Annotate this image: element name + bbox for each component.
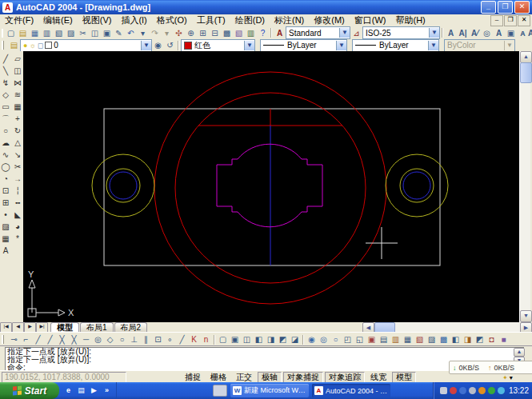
layer-combo[interactable]: ● ☼ ◻ 0 ▼: [20, 39, 152, 52]
scroll-up-icon[interactable]: ▲: [514, 348, 525, 357]
linetype-combo[interactable]: ByLayer ▼: [260, 39, 347, 52]
camera[interactable]: ◘: [486, 334, 498, 345]
toolbar-grip[interactable]: [2, 335, 6, 344]
box-1[interactable]: ◰: [342, 334, 354, 345]
convert-distance[interactable]: A↔: [529, 27, 532, 38]
toggle-polar[interactable]: 极轴: [258, 372, 282, 383]
snap-insert[interactable]: ⊡: [152, 334, 164, 345]
snap-nearest[interactable]: ╱: [176, 334, 188, 345]
color-combo[interactable]: 红色 ▼: [181, 39, 255, 52]
tray-icon-cyan[interactable]: [498, 387, 505, 394]
extend[interactable]: →: [13, 173, 23, 185]
tray-icon-green[interactable]: [488, 387, 495, 394]
find[interactable]: ◎: [481, 27, 493, 38]
erase[interactable]: ▱: [13, 53, 23, 65]
toolbar-grip[interactable]: [2, 29, 3, 38]
pan[interactable]: ✣: [173, 27, 185, 38]
spline[interactable]: ∿: [1, 149, 11, 161]
menu-format[interactable]: 格式(O): [152, 14, 192, 27]
plot-preview[interactable]: ▧: [53, 27, 65, 38]
box-9[interactable]: ▩: [438, 334, 450, 345]
scale-text[interactable]: ▣: [505, 27, 517, 38]
snap-node[interactable]: ∘: [164, 334, 176, 345]
menu-file[interactable]: 文件(F): [0, 14, 38, 27]
chamfer[interactable]: ◣: [13, 209, 23, 221]
text-style-combo[interactable]: Standard ▼: [286, 26, 350, 39]
snap-intersection[interactable]: ╳: [56, 334, 68, 345]
zoom-window[interactable]: ⊞: [197, 27, 209, 38]
undo[interactable]: ↶: [125, 27, 137, 38]
line[interactable]: ╱: [1, 53, 11, 65]
box-13[interactable]: ■: [498, 334, 510, 345]
snap-from[interactable]: ⌐: [20, 334, 32, 345]
quick-ie[interactable]: e: [63, 385, 74, 396]
tab-layout2[interactable]: 布局2: [114, 322, 148, 332]
point[interactable]: •: [1, 209, 11, 221]
taskbar-button-autocad[interactable]: A AutoCAD 2004 - [Dra...: [312, 384, 390, 397]
language-bar[interactable]: [213, 385, 227, 397]
orbit-3[interactable]: ○: [330, 334, 342, 345]
rectangle[interactable]: ▭: [1, 101, 11, 113]
2d-wireframe[interactable]: ▢: [217, 334, 229, 345]
quick-media[interactable]: ▶: [89, 385, 99, 396]
match-properties[interactable]: ✎: [113, 27, 125, 38]
toggle-ortho[interactable]: 正交: [232, 372, 256, 383]
polygon[interactable]: ◇: [1, 89, 11, 101]
redo[interactable]: ↷: [149, 27, 161, 38]
chevron-down-icon[interactable]: ▼: [428, 41, 438, 50]
mirror[interactable]: ⋈: [13, 77, 23, 89]
explode[interactable]: *: [13, 233, 23, 245]
temporary-track-point[interactable]: ⊸: [8, 334, 20, 345]
close-button[interactable]: ✕: [514, 1, 530, 14]
array[interactable]: ▦: [13, 101, 23, 113]
box-7[interactable]: ▧: [414, 334, 426, 345]
start-button[interactable]: Start: [0, 382, 59, 399]
stretch[interactable]: ↘: [13, 149, 23, 161]
designcenter[interactable]: ▩: [221, 27, 233, 38]
box-5[interactable]: ▥: [390, 334, 402, 345]
edit-text[interactable]: A⁄: [469, 27, 481, 38]
hatch[interactable]: ▨: [1, 221, 11, 233]
box-8[interactable]: ▨: [426, 334, 438, 345]
scroll-down-icon[interactable]: ▼: [520, 310, 532, 322]
quick-desktop[interactable]: ▤: [76, 385, 86, 396]
drawing-canvas[interactable]: Y X: [23, 51, 519, 322]
gouraud-shaded[interactable]: ◨: [265, 334, 277, 345]
tool-palettes[interactable]: ▧: [233, 27, 245, 38]
chevron-down-icon[interactable]: ▼: [244, 41, 254, 50]
menu-draw[interactable]: 绘图(D): [230, 14, 270, 27]
make-object-layer-current-icon[interactable]: ◉: [152, 40, 164, 51]
hidden[interactable]: ◫: [241, 334, 253, 345]
autocad-app-icon[interactable]: A: [2, 2, 13, 13]
quick-more[interactable]: »: [102, 385, 112, 396]
tab-model[interactable]: 模型: [50, 322, 79, 332]
snap-midpoint[interactable]: ╱: [44, 334, 56, 345]
break[interactable]: ╍: [13, 197, 23, 209]
box-11[interactable]: ◨: [462, 334, 474, 345]
mdi-close-button[interactable]: ✕: [518, 15, 530, 26]
layer-previous-icon[interactable]: ↺: [164, 40, 176, 51]
box-4[interactable]: ▤: [378, 334, 390, 345]
box-2[interactable]: ◱: [354, 334, 366, 345]
snap-perpendicular[interactable]: ⊥: [128, 334, 140, 345]
single-text[interactable]: A|: [457, 27, 469, 38]
chevron-down-icon[interactable]: ▼: [141, 41, 151, 50]
cut[interactable]: ✂: [77, 27, 89, 38]
box-6[interactable]: ▦: [402, 334, 414, 345]
tray-device-icon[interactable]: [440, 387, 447, 394]
revision-cloud[interactable]: ☁: [1, 137, 11, 149]
orbit-1[interactable]: ◉: [306, 334, 318, 345]
properties[interactable]: ▥: [245, 27, 257, 38]
snap-parallel[interactable]: ∥: [140, 334, 152, 345]
construction-line[interactable]: ╲: [1, 65, 11, 77]
zoom-realtime[interactable]: ⊕: [185, 27, 197, 38]
text-style-btn[interactable]: A: [493, 27, 505, 38]
help[interactable]: ?: [257, 27, 269, 38]
tray-icon-orange[interactable]: [478, 387, 486, 394]
snap-extension[interactable]: ─: [80, 334, 92, 345]
publish[interactable]: ▨: [65, 27, 77, 38]
vertical-scroll-thumb[interactable]: [520, 62, 532, 83]
snap-apparent-intersect[interactable]: ╳: [68, 334, 80, 345]
justify-text[interactable]: ᴀ: [517, 27, 529, 38]
tab-layout1[interactable]: 布局1: [80, 322, 114, 332]
